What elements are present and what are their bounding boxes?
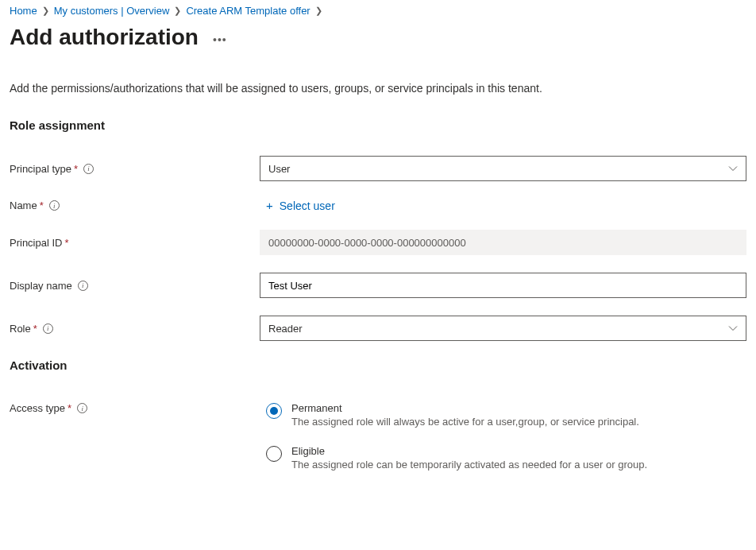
breadcrumb-home[interactable]: Home	[10, 5, 37, 17]
select-principal-type-value: User	[268, 163, 290, 175]
required-star: *	[74, 163, 78, 175]
row-access-type: Access type * i Permanent The assigned r…	[10, 402, 746, 488]
chevron-down-icon	[728, 164, 738, 173]
select-role-value: Reader	[268, 323, 303, 335]
info-icon[interactable]: i	[49, 200, 60, 211]
section-activation: Activation	[10, 358, 746, 372]
page-title: Add authorization	[10, 25, 199, 50]
page-title-row: Add authorization •••	[10, 25, 746, 50]
row-principal-type: Principal type * i User	[10, 156, 746, 181]
info-icon[interactable]: i	[78, 281, 88, 291]
input-display-name[interactable]	[260, 273, 746, 298]
chevron-right-icon: ❯	[315, 6, 322, 16]
chevron-right-icon: ❯	[42, 6, 49, 16]
label-principal-type: Principal type * i	[10, 163, 260, 175]
label-access-type: Access type * i	[10, 402, 260, 414]
info-icon[interactable]: i	[77, 403, 87, 413]
info-icon[interactable]: i	[83, 164, 94, 174]
label-name: Name * i	[10, 199, 260, 211]
breadcrumb-customers[interactable]: My customers | Overview	[54, 5, 170, 17]
section-role-assignment: Role assignment	[10, 118, 746, 132]
row-role: Role * i Reader	[10, 316, 746, 341]
radio-permanent-desc: The assigned role will always be active …	[291, 416, 639, 428]
select-principal-type[interactable]: User	[260, 156, 746, 181]
required-star: *	[40, 199, 44, 211]
label-display-name: Display name i	[10, 280, 260, 292]
info-icon[interactable]: i	[43, 323, 53, 334]
row-display-name: Display name i	[10, 273, 746, 298]
radio-icon	[266, 446, 282, 462]
label-principal-id: Principal ID *	[10, 237, 260, 249]
more-icon[interactable]: •••	[213, 29, 227, 46]
radio-eligible-label: Eligible	[291, 445, 647, 457]
page-description: Add the permissions/authorizations that …	[10, 82, 746, 95]
row-principal-id: Principal ID * 00000000-0000-0000-0000-0…	[10, 230, 746, 255]
radio-icon	[266, 403, 282, 419]
input-principal-id: 00000000-0000-0000-0000-000000000000	[260, 230, 746, 255]
breadcrumb-create-offer[interactable]: Create ARM Template offer	[186, 5, 310, 17]
radio-eligible-desc: The assigned role can be temporarily act…	[291, 459, 647, 471]
chevron-right-icon: ❯	[174, 6, 181, 16]
radio-eligible[interactable]: Eligible The assigned role can be tempor…	[266, 445, 746, 471]
radio-permanent-label: Permanent	[291, 402, 639, 414]
row-name: Name * i + Select user	[10, 199, 746, 212]
radio-permanent[interactable]: Permanent The assigned role will always …	[266, 402, 746, 428]
select-role[interactable]: Reader	[260, 316, 746, 341]
plus-icon: +	[266, 199, 273, 212]
required-star: *	[33, 323, 37, 335]
required-star: *	[64, 237, 68, 249]
label-role: Role * i	[10, 323, 260, 335]
select-user-label: Select user	[280, 199, 335, 212]
required-star: *	[68, 402, 71, 414]
breadcrumb: Home ❯ My customers | Overview ❯ Create …	[10, 0, 746, 25]
input-principal-id-placeholder: 00000000-0000-0000-0000-000000000000	[268, 237, 466, 249]
select-user-button[interactable]: + Select user	[260, 199, 335, 212]
chevron-down-icon	[728, 323, 738, 333]
